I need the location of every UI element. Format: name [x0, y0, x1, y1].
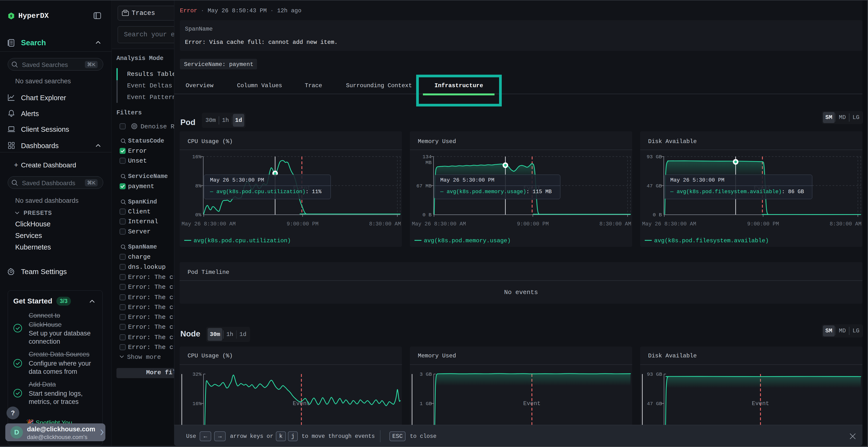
svg-text:8:30:00 AM: 8:30:00 AM — [830, 221, 862, 227]
svg-text:8:30:00 AM: 8:30:00 AM — [369, 221, 401, 227]
svg-text:0 B: 0 B — [653, 212, 662, 218]
svg-text:93 GB: 93 GB — [647, 154, 662, 160]
svg-text:avg(k8s.pod.filesystem.availab: avg(k8s.pod.filesystem.available) — [654, 238, 769, 244]
svg-text:3 GB: 3 GB — [420, 372, 432, 377]
svg-text:16%: 16% — [192, 154, 201, 160]
svg-text:9:00:00 PM: 9:00:00 PM — [747, 221, 779, 227]
svg-text:0 B: 0 B — [423, 212, 432, 218]
svg-text:67 MB: 67 MB — [416, 183, 432, 189]
svg-text:8:30:00 AM: 8:30:00 AM — [599, 221, 631, 227]
svg-text:32%: 32% — [192, 372, 202, 377]
svg-text:MB: MB — [426, 160, 432, 166]
svg-text:avg(k8s.pod.memory.usage): avg(k8s.pod.memory.usage) — [424, 238, 511, 244]
svg-text:93 GB: 93 GB — [647, 372, 662, 377]
svg-text:May 26 8:30:00 AM: May 26 8:30:00 AM — [182, 221, 236, 227]
svg-text:9:00:00 PM: 9:00:00 PM — [517, 221, 549, 227]
svg-text:47 GB: 47 GB — [647, 183, 662, 189]
svg-text:9:00:00 PM: 9:00:00 PM — [287, 221, 318, 227]
svg-text:May 26 8:30:00 AM: May 26 8:30:00 AM — [412, 221, 466, 227]
svg-text:May 26 8:30:00 AM: May 26 8:30:00 AM — [642, 221, 696, 227]
svg-text:16%: 16% — [192, 401, 202, 407]
svg-text:avg(k8s.pod.cpu.utilization): avg(k8s.pod.cpu.utilization) — [194, 238, 291, 244]
svg-text:1 GB: 1 GB — [420, 401, 432, 407]
svg-text:8%: 8% — [195, 183, 202, 189]
svg-text:134: 134 — [423, 154, 432, 160]
svg-text:47 GB: 47 GB — [647, 401, 662, 407]
svg-text:0%: 0% — [195, 212, 202, 218]
